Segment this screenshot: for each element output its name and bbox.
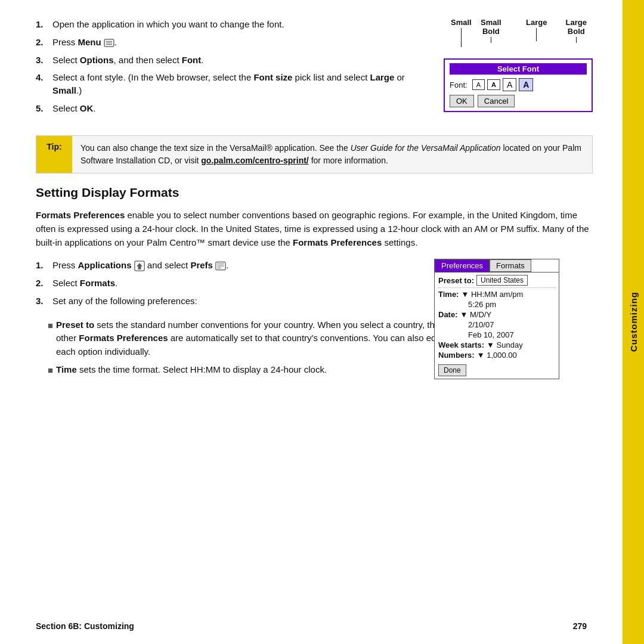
menu-icon	[104, 39, 114, 47]
tip-link[interactable]: go.palm.com/centro-sprint/	[201, 156, 308, 165]
prefs-done-button[interactable]: Done	[438, 364, 466, 376]
footer-page-number: 279	[573, 621, 587, 631]
font-select-dialog: Select Font Font: A A A A OK Cancel	[444, 58, 593, 112]
svg-marker-5	[137, 263, 143, 267]
prefs-date-row: Date: ▼ M/D/Y	[438, 310, 555, 319]
home-icon	[134, 261, 145, 271]
font-diagram: Small Small Bold Large	[444, 18, 593, 126]
prefs-numbers-row: Numbers: ▼ 1,000.00	[438, 351, 555, 360]
font-cancel-button[interactable]: Cancel	[478, 95, 515, 107]
body-paragraph: Formats Preferences enable you to select…	[36, 208, 593, 250]
prefs-time-row: Time: ▼ HH:MM am/pm	[438, 290, 555, 299]
tip-box: Tip: You can also change the text size i…	[36, 135, 593, 174]
prefs-tab-preferences[interactable]: Preferences	[435, 259, 490, 272]
footer-section: Section 6B: Customizing	[36, 621, 134, 631]
step-1: 1. Open the application in which you wan…	[36, 18, 432, 31]
font-label-small: Small	[451, 18, 472, 27]
prefs-date-value2: Feb 10, 2007	[438, 330, 555, 339]
font-sample-large[interactable]: A	[503, 78, 516, 91]
font-sample-large-bold[interactable]: A	[519, 78, 533, 91]
font-sample-small-bold[interactable]: A	[487, 79, 500, 90]
step-2: 2. Press Menu .	[36, 36, 432, 49]
sidebar-customizing-tab[interactable]: Customizing	[623, 0, 644, 644]
font-button-row: OK Cancel	[450, 95, 587, 107]
prefs-date-value1: 2/10/07	[438, 320, 555, 329]
font-dialog-title: Select Font	[450, 63, 587, 75]
step-4: 4. Select a font style. (In the Web brow…	[36, 71, 432, 97]
prefs-preset-row: Preset to: United States	[438, 275, 555, 288]
font-samples-row: Font: A A A A	[450, 78, 587, 91]
bullet-time: ■ Time sets the time format. Select HH:M…	[48, 363, 456, 377]
font-sample-small[interactable]: A	[472, 79, 485, 90]
step-b2: 2. Select Formats.	[36, 277, 456, 290]
prefs-tab-formats[interactable]: Formats	[490, 259, 531, 272]
font-label-large: Large	[526, 18, 547, 27]
font-ok-button[interactable]: OK	[450, 95, 474, 107]
step-3: 3. Select Options, and then select Font.	[36, 54, 432, 67]
tip-content: You can also change the text size in the…	[72, 136, 592, 173]
step-5: 5. Select OK.	[36, 102, 432, 115]
prefs-time-value: 5:26 pm	[438, 300, 555, 309]
prefs-tab-row: Preferences Formats	[435, 259, 559, 272]
page-footer: Section 6B: Customizing 279	[36, 621, 587, 631]
step-b1: 1. Press Applications and select Prefs	[36, 259, 456, 272]
prefs-body: Preset to: United States Time: ▼ HH:MM a…	[435, 272, 559, 379]
font-label-small-bold: Small	[481, 18, 501, 27]
bullet-preset: ■ Preset to sets the standard number con…	[48, 318, 456, 359]
prefs-preset-value[interactable]: United States	[476, 275, 528, 286]
prefs-icon	[215, 261, 226, 271]
prefs-screenshot: Preferences Formats Preset to: United St…	[434, 259, 559, 379]
font-label-large-bold: Large	[566, 18, 587, 27]
step-b3: 3. Set any of the following preferences:	[36, 295, 456, 308]
svg-rect-6	[138, 267, 141, 270]
section-heading: Setting Display Formats	[36, 185, 593, 200]
prefs-week-row: Week starts: ▼ Sunday	[438, 340, 555, 349]
bullet-list: ■ Preset to sets the standard number con…	[36, 318, 456, 377]
tip-label: Tip:	[36, 136, 72, 173]
